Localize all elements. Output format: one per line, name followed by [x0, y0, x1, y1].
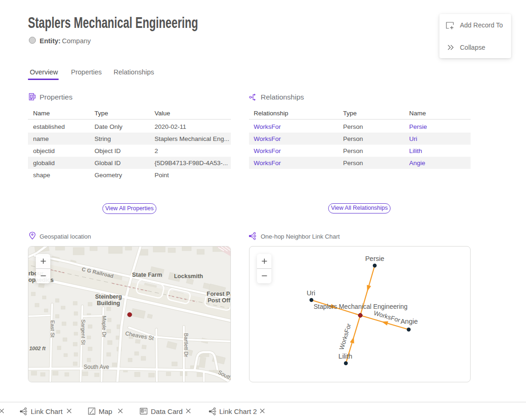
svg-text:Staplers Mechanical Engineerin: Staplers Mechanical Engineering: [314, 303, 408, 310]
svg-text:Steinberg: Steinberg: [95, 293, 122, 300]
svg-text:Forest Par: Forest Par: [207, 291, 231, 297]
svg-text:South Ave: South Ave: [84, 364, 109, 370]
svg-text:WorksFor: WorksFor: [338, 322, 352, 351]
svg-text:East St: East St: [50, 320, 55, 338]
svg-text:Uri: Uri: [307, 289, 316, 297]
svg-text:Bartlett Dr: Bartlett Dr: [183, 333, 189, 357]
svg-text:Sargent St: Sargent St: [81, 320, 86, 345]
svg-text:1002 ft: 1002 ft: [29, 346, 46, 351]
svg-text:Post Offic: Post Offic: [208, 297, 231, 304]
svg-text:Lilith: Lilith: [338, 353, 352, 360]
svg-text:Angie: Angie: [400, 318, 418, 325]
svg-text:Building: Building: [97, 300, 120, 307]
svg-text:State Farm: State Farm: [132, 272, 162, 278]
svg-text:Locksmith: Locksmith: [174, 273, 203, 280]
svg-text:Persie: Persie: [365, 255, 384, 262]
svg-text:Maple Dr: Maple Dr: [101, 316, 107, 338]
